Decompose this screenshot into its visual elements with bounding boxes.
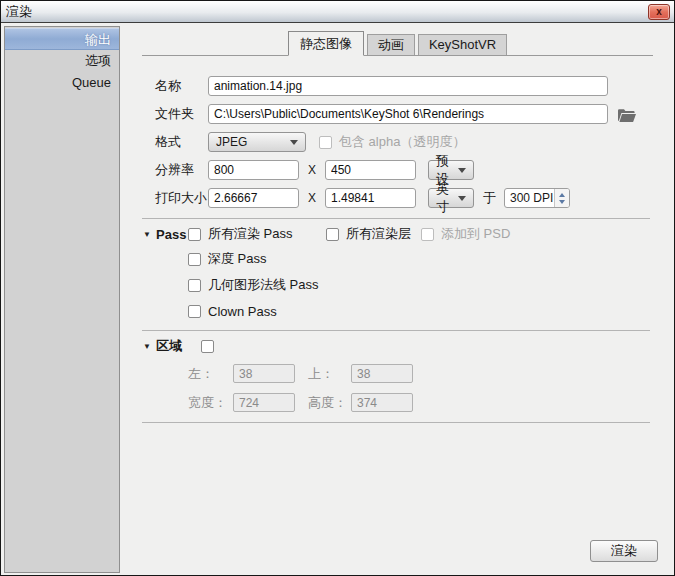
- clown-pass-label: Clown Pass: [208, 304, 277, 319]
- region-height-label: 高度：: [308, 394, 351, 412]
- unit-dropdown-label: 英寸: [436, 180, 452, 216]
- preset-dropdown[interactable]: 预设: [428, 160, 474, 180]
- pass-section-title: Pass: [156, 227, 188, 242]
- region-top-label: 上：: [308, 365, 351, 383]
- pass-checkbox-clown: Clown Pass: [188, 304, 674, 318]
- clown-pass-checkbox[interactable]: [188, 305, 201, 318]
- pass-section-header-row: ▼ Pass 所有渲染 Pass 所有渲染层 添加到 PSD: [143, 226, 674, 242]
- add-to-psd-label: 添加到 PSD: [441, 225, 510, 243]
- separator: [142, 330, 650, 331]
- unit-dropdown[interactable]: 英寸: [428, 188, 474, 208]
- resolution-width-input[interactable]: [208, 160, 299, 180]
- resolution-times-label: X: [308, 163, 316, 177]
- dialog-body: 输出 选项 Queue 静态图像 动画 KeyShotVR 名称 文件夹: [1, 23, 674, 575]
- region-enable-checkbox[interactable]: [201, 340, 214, 353]
- name-row: 名称: [155, 76, 674, 96]
- tab-animation[interactable]: 动画: [367, 34, 415, 55]
- tab-bar: 静态图像 动画 KeyShotVR: [142, 30, 653, 56]
- collapse-triangle-icon[interactable]: ▼: [143, 230, 156, 239]
- sidebar-item-output[interactable]: 输出: [5, 28, 119, 50]
- dropdown-arrow-icon: [458, 196, 466, 201]
- dropdown-arrow-icon: [458, 168, 466, 173]
- region-width-label: 宽度：: [188, 394, 233, 412]
- add-to-psd-checkbox: [421, 228, 434, 241]
- all-render-passes-label: 所有渲染 Pass: [208, 225, 293, 243]
- region-row-2: 宽度： 高度：: [188, 393, 674, 412]
- dpi-spinner-buttons[interactable]: [554, 189, 569, 207]
- include-alpha-checkbox: [319, 136, 332, 149]
- sidebar: 输出 选项 Queue: [4, 26, 120, 573]
- folder-label: 文件夹: [155, 105, 208, 123]
- print-height-input[interactable]: [325, 188, 416, 208]
- region-height-input: [351, 393, 413, 412]
- render-dialog-window: 渲染 x 输出 选项 Queue 静态图像 动画 KeyShotVR 名称: [0, 0, 675, 576]
- folder-row: 文件夹: [155, 104, 674, 124]
- name-input[interactable]: [208, 76, 608, 96]
- close-icon: x: [656, 6, 662, 17]
- pass-checkbox-all-render-layers: 所有渲染层: [326, 225, 421, 243]
- print-width-input[interactable]: [208, 188, 299, 208]
- name-label: 名称: [155, 77, 208, 95]
- spinner-up-icon[interactable]: [559, 193, 565, 197]
- region-top-input: [351, 364, 413, 383]
- folder-input[interactable]: [208, 104, 608, 124]
- main-panel: 静态图像 动画 KeyShotVR 名称 文件夹: [120, 23, 674, 575]
- dropdown-arrow-icon: [290, 140, 298, 145]
- close-button[interactable]: x: [648, 4, 670, 20]
- pass-checkbox-all-render-passes: 所有渲染 Pass: [188, 225, 326, 243]
- title-bar: 渲染 x: [1, 1, 674, 23]
- dpi-spinner: 300 DPI: [504, 188, 570, 208]
- depth-pass-label: 深度 Pass: [208, 250, 267, 268]
- print-times-label: X: [308, 191, 316, 205]
- geometry-normals-pass-label: 几何图形法线 Pass: [208, 276, 319, 294]
- region-section-title: 区域: [156, 337, 193, 355]
- print-size-row: 打印大小 X 英寸 于 300 DPI: [155, 188, 674, 208]
- sidebar-item-options[interactable]: 选项: [5, 50, 119, 72]
- format-dropdown[interactable]: JPEG: [208, 132, 306, 152]
- all-render-passes-checkbox[interactable]: [188, 228, 201, 241]
- region-width-input: [233, 393, 295, 412]
- all-render-layers-label: 所有渲染层: [346, 225, 411, 243]
- window-title: 渲染: [6, 3, 32, 21]
- tab-keyshotvr[interactable]: KeyShotVR: [418, 34, 507, 55]
- format-row: 格式 JPEG 包含 alpha（透明度）: [155, 132, 674, 152]
- resolution-label: 分辨率: [155, 161, 208, 179]
- region-left-label: 左：: [188, 365, 233, 383]
- browse-folder-button[interactable]: [617, 105, 639, 123]
- region-section-header-row: ▼ 区域: [143, 338, 674, 354]
- dpi-value[interactable]: 300 DPI: [505, 189, 554, 207]
- at-label: 于: [483, 189, 496, 207]
- spinner-down-icon[interactable]: [559, 200, 565, 204]
- render-button[interactable]: 渲染: [590, 540, 658, 562]
- print-size-label: 打印大小: [155, 189, 208, 207]
- pass-checkbox-depth: 深度 Pass: [188, 252, 674, 266]
- pass-checkbox-add-to-psd: 添加到 PSD: [421, 225, 510, 243]
- separator: [142, 422, 650, 423]
- resolution-row: 分辨率 X 预设: [155, 160, 674, 180]
- pass-checkbox-normals: 几何图形法线 Pass: [188, 278, 674, 292]
- folder-icon: [617, 108, 637, 123]
- separator: [142, 218, 650, 219]
- sidebar-item-queue[interactable]: Queue: [5, 72, 119, 94]
- all-render-layers-checkbox[interactable]: [326, 228, 339, 241]
- collapse-triangle-icon[interactable]: ▼: [143, 342, 156, 351]
- region-left-input: [233, 364, 295, 383]
- tab-still-image[interactable]: 静态图像: [288, 31, 364, 56]
- format-selected-value: JPEG: [216, 135, 247, 149]
- output-form: 名称 文件夹 格式: [120, 76, 674, 423]
- include-alpha-label: 包含 alpha（透明度）: [339, 133, 465, 151]
- format-label: 格式: [155, 133, 208, 151]
- alpha-checkbox-group: 包含 alpha（透明度）: [319, 133, 465, 151]
- geometry-normals-pass-checkbox[interactable]: [188, 279, 201, 292]
- depth-pass-checkbox[interactable]: [188, 253, 201, 266]
- region-row-1: 左： 上：: [188, 364, 674, 383]
- resolution-height-input[interactable]: [325, 160, 416, 180]
